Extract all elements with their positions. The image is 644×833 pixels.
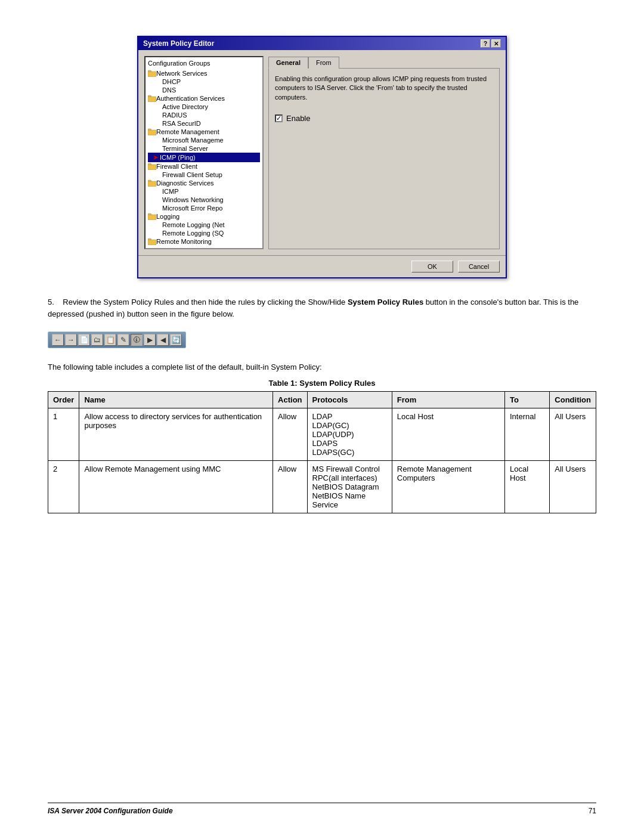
step-bold: System Policy Rules [348, 298, 423, 306]
tree-child-remlog-net[interactable]: Remote Logging (Net [148, 221, 260, 229]
cell-name: Allow access to directory services for a… [79, 408, 273, 461]
enable-row: ✓ Enable [275, 114, 493, 123]
svg-rect-2 [148, 130, 156, 135]
dialog-body: Configuration Groups Network Services DH… [138, 50, 506, 255]
toolbar-btn8[interactable]: ▶ [144, 334, 156, 346]
tree-group-remote[interactable]: Remote Management [148, 128, 260, 136]
col-name: Name [79, 392, 273, 408]
tree-child-ms-mgmt[interactable]: Microsoft Manageme [148, 136, 260, 144]
footer-page-number: 71 [589, 807, 596, 815]
dialog-title: System Policy Editor [143, 39, 214, 48]
tree-child-dhcp[interactable]: DHCP [148, 78, 260, 86]
right-panel: General From Enabling this configuration… [268, 56, 500, 249]
red-arrow-icon: ➤ [153, 153, 159, 162]
folder-icon [148, 70, 156, 77]
cell-condition: All Users [550, 408, 596, 461]
toolbar-image: ← → 📄 🗂 📋 ✎ 🛈 ▶ ◀ 🔄 [48, 332, 186, 348]
tree-child-icmp2[interactable]: ICMP [148, 187, 260, 196]
svg-rect-6 [148, 240, 156, 245]
toolbar-btn6[interactable]: ✎ [117, 334, 129, 346]
table-intro: The following table includes a complete … [48, 363, 596, 371]
step-number: 5. [48, 298, 54, 306]
cell-order: 2 [48, 461, 79, 513]
toolbar-forward-btn[interactable]: → [65, 334, 77, 346]
tree-group-label: Authentication Services [156, 95, 225, 102]
col-order: Order [48, 392, 79, 408]
tree-group-diag[interactable]: Diagnostic Services [148, 179, 260, 187]
tree-group-auth[interactable]: Authentication Services [148, 94, 260, 103]
cell-to: Internal [505, 408, 550, 461]
toolbar-show-hide-btn[interactable]: 🛈 [131, 334, 143, 346]
folder-icon [148, 238, 156, 245]
tree-child-mserrep[interactable]: Microsoft Error Repo [148, 204, 260, 212]
col-action: Action [273, 392, 307, 408]
tree-child-fw-setup[interactable]: Firewall Client Setup [148, 171, 260, 179]
tree-child-icmp-label: ICMP (Ping) [160, 154, 196, 161]
tree-child-rsa[interactable]: RSA SecurID [148, 119, 260, 128]
tab-general[interactable]: General [268, 57, 308, 69]
cell-from: Remote Management Computers [392, 461, 504, 513]
tree-child-radius[interactable]: RADIUS [148, 111, 260, 119]
tree-child-winnet[interactable]: Windows Networking [148, 196, 260, 204]
svg-rect-3 [148, 165, 156, 170]
policy-table: Order Name Action Protocols From To Cond… [48, 391, 596, 513]
ok-button[interactable]: OK [411, 261, 453, 272]
toolbar-btn9[interactable]: ◀ [157, 334, 169, 346]
svg-rect-4 [148, 181, 156, 187]
tree-group-firewall[interactable]: Firewall Client [148, 162, 260, 171]
folder-icon [148, 213, 156, 220]
cell-protocols: MS Firewall ControlRPC(all interfaces)Ne… [307, 461, 392, 513]
cell-condition: All Users [550, 461, 596, 513]
tree-child-icmp-ping[interactable]: ➤ ICMP (Ping) [148, 153, 260, 162]
toolbar-btn10[interactable]: 🔄 [170, 334, 182, 346]
step-text: 5. Review the System Policy Rules and th… [48, 296, 596, 320]
col-protocols: Protocols [307, 392, 392, 408]
toolbar-btn3[interactable]: 📄 [78, 334, 90, 346]
tree-child-remlog-sq[interactable]: Remote Logging (SQ [148, 229, 260, 237]
tree-group-label: Remote Monitoring [156, 238, 212, 245]
cell-name: Allow Remote Management using MMC [79, 461, 273, 513]
tree-child-ad[interactable]: Active Directory [148, 103, 260, 111]
tab-from[interactable]: From [308, 57, 339, 69]
tab-content: Enabling this configuration group allows… [268, 68, 500, 249]
table-row: 2 Allow Remote Management using MMC Allo… [48, 461, 596, 513]
help-button[interactable]: ? [481, 39, 490, 48]
svg-rect-1 [148, 97, 156, 102]
tree-group-label: Remote Management [156, 128, 219, 135]
col-to: To [505, 392, 550, 408]
tabs-bar: General From [268, 56, 500, 68]
tree-header: Configuration Groups [148, 60, 260, 67]
enable-checkbox[interactable]: ✓ [275, 114, 283, 122]
cell-order: 1 [48, 408, 79, 461]
cell-action: Allow [273, 408, 307, 461]
footer-left: ISA Server 2004 Configuration Guide [48, 807, 173, 815]
titlebar-buttons: ? ✕ [481, 39, 501, 48]
close-button[interactable]: ✕ [491, 39, 501, 48]
tree-group-logging[interactable]: Logging [148, 212, 260, 221]
page-footer: ISA Server 2004 Configuration Guide 71 [48, 803, 596, 815]
folder-icon [148, 179, 156, 187]
tree-group-remmon[interactable]: Remote Monitoring [148, 237, 260, 246]
toolbar-btn5[interactable]: 📋 [104, 334, 116, 346]
col-from: From [392, 392, 504, 408]
cell-protocols: LDAPLDAP(GC)LDAP(UDP)LDAPSLDAPS(GC) [307, 408, 392, 461]
table-row: 1 Allow access to directory services for… [48, 408, 596, 461]
folder-icon [148, 95, 156, 102]
step-part1: Review the System Policy Rules and then … [63, 298, 348, 306]
toolbar-back-btn[interactable]: ← [52, 334, 64, 346]
svg-rect-0 [148, 72, 156, 77]
cell-from: Local Host [392, 408, 504, 461]
cancel-button[interactable]: Cancel [458, 261, 500, 272]
toolbar-btn4[interactable]: 🗂 [91, 334, 103, 346]
col-condition: Condition [550, 392, 596, 408]
tree-group-label: Diagnostic Services [156, 179, 214, 187]
tree-child-terminal[interactable]: Terminal Server [148, 144, 260, 153]
tree-child-dns[interactable]: DNS [148, 86, 260, 94]
toolbar-wrapper: ← → 📄 🗂 📋 ✎ 🛈 ▶ ◀ 🔄 [48, 332, 596, 348]
folder-icon [148, 128, 156, 135]
tab-description: Enabling this configuration group allows… [275, 75, 493, 102]
dialog-footer: OK Cancel [138, 255, 506, 277]
folder-icon [148, 163, 156, 170]
tree-group-label: Firewall Client [156, 163, 197, 170]
tree-group-network[interactable]: Network Services [148, 69, 260, 78]
